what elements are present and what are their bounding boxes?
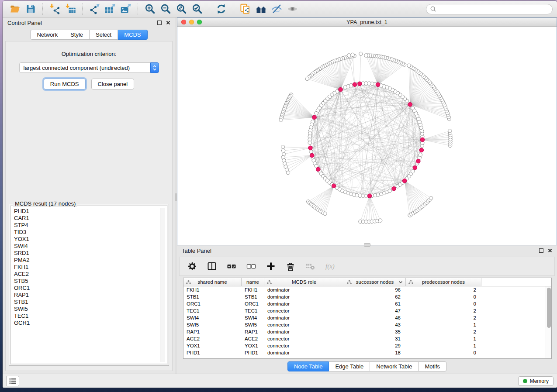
hide-graphics-details-button[interactable] bbox=[269, 3, 284, 16]
tab-node-table[interactable]: Node Table bbox=[287, 361, 329, 371]
select-all-button[interactable] bbox=[226, 261, 237, 272]
column-header-mcds-role[interactable]: MCDS role bbox=[264, 278, 344, 286]
table-row[interactable]: TEC1TEC1connector472 bbox=[183, 307, 551, 314]
table-toolbar: f(x) bbox=[179, 257, 555, 276]
table-row[interactable]: YOX1YOX1connector291 bbox=[183, 342, 551, 349]
delete-entries-button[interactable] bbox=[285, 261, 296, 272]
search-field[interactable] bbox=[426, 4, 553, 14]
float-panel-icon[interactable] bbox=[157, 21, 162, 25]
close-panel-icon[interactable] bbox=[166, 21, 170, 25]
zoom-fit-button[interactable] bbox=[173, 3, 189, 16]
mcds-result-item[interactable]: FKH1 bbox=[14, 264, 167, 271]
horizontal-splitter-handle[interactable] bbox=[364, 243, 370, 247]
optimization-criterion-select[interactable]: largest connected component (undirected) bbox=[19, 62, 159, 73]
column-header-successor-nodes[interactable]: successor nodes bbox=[344, 278, 406, 286]
mcds-result-item[interactable]: PMA2 bbox=[14, 257, 167, 264]
mcds-result-item[interactable]: SWI4 bbox=[14, 243, 167, 250]
table-cell: 0 bbox=[406, 293, 481, 300]
first-neighbors-button[interactable] bbox=[253, 3, 269, 16]
table-cell: connector bbox=[264, 321, 344, 328]
settings-button[interactable] bbox=[187, 261, 197, 272]
table-cell: connector bbox=[264, 342, 344, 349]
table-cell: RAP1 bbox=[183, 328, 242, 335]
export-table-icon bbox=[104, 3, 116, 15]
float-table-panel-icon[interactable] bbox=[539, 248, 543, 253]
column-header-name[interactable]: name bbox=[242, 278, 264, 286]
window-close-icon[interactable] bbox=[181, 20, 186, 24]
zoom-out-button[interactable] bbox=[158, 3, 173, 16]
export-table-button[interactable] bbox=[102, 3, 118, 16]
mcds-list-scrollbar[interactable] bbox=[160, 208, 165, 362]
mcds-result-item[interactable]: PHD1 bbox=[14, 208, 167, 215]
save-button[interactable] bbox=[23, 3, 38, 16]
export-network-button[interactable] bbox=[86, 3, 102, 16]
panel-menu-button[interactable] bbox=[6, 376, 19, 386]
delete-table-button bbox=[305, 261, 315, 272]
zoom-out-icon bbox=[160, 3, 172, 15]
tree-icon bbox=[186, 280, 191, 284]
tab-motifs[interactable]: Motifs bbox=[419, 361, 446, 371]
import-network-button[interactable] bbox=[47, 3, 62, 16]
settings-icon bbox=[187, 261, 197, 271]
close-panel-button[interactable]: Close panel bbox=[91, 79, 135, 89]
table-row[interactable]: STB1STB1dominator620 bbox=[183, 293, 551, 300]
mcds-result-item[interactable]: ACE2 bbox=[14, 271, 167, 278]
table-row[interactable]: PHD1PHD1dominator180 bbox=[183, 349, 551, 356]
column-header-predecessor-nodes[interactable]: predecessor nodes bbox=[406, 278, 481, 286]
table-cell: SWI4 bbox=[242, 314, 264, 321]
mcds-result-item[interactable]: TEC1 bbox=[14, 313, 167, 320]
mcds-result-item[interactable]: STP4 bbox=[14, 222, 167, 229]
apply-layout-button[interactable] bbox=[213, 3, 229, 16]
table-scrollbar[interactable] bbox=[546, 286, 551, 358]
mcds-result-item[interactable]: CAR1 bbox=[14, 215, 167, 222]
table-row[interactable]: SWI5SWI5connector431 bbox=[183, 321, 551, 328]
table-row[interactable]: FKH1FKH1dominator962 bbox=[183, 286, 551, 293]
mcds-result-item[interactable]: SWI5 bbox=[14, 306, 167, 313]
network-graph[interactable] bbox=[177, 27, 557, 245]
table-row[interactable]: SWI4SWI4dominator462 bbox=[183, 314, 551, 321]
clone-network-button[interactable] bbox=[237, 3, 253, 16]
svg-text:f(x): f(x) bbox=[325, 263, 335, 270]
zoom-selected-button[interactable] bbox=[189, 3, 205, 16]
zoom-in-button[interactable] bbox=[142, 3, 158, 16]
table-row[interactable]: ACE2ACE2connector311 bbox=[183, 335, 551, 342]
tab-network[interactable]: Network bbox=[30, 30, 64, 40]
network-window-titlebar[interactable]: YPA_prune.txt_1 bbox=[177, 18, 557, 27]
tab-mcds[interactable]: MCDS bbox=[118, 30, 147, 40]
split-view-button[interactable] bbox=[207, 261, 217, 272]
table-cell: SWI5 bbox=[242, 321, 264, 328]
toolbar-separator bbox=[138, 3, 138, 15]
open-button[interactable] bbox=[7, 3, 23, 16]
table-cell: PHD1 bbox=[183, 349, 242, 356]
deselect-all-button[interactable] bbox=[246, 261, 256, 272]
table-row[interactable]: ORC1ORC1dominator610 bbox=[183, 300, 551, 307]
column-header-shared-name[interactable]: shared name bbox=[183, 278, 242, 286]
search-input[interactable] bbox=[438, 6, 548, 12]
export-image-button[interactable] bbox=[118, 3, 134, 16]
network-canvas[interactable] bbox=[177, 27, 557, 245]
mcds-result-item[interactable]: RAP1 bbox=[14, 292, 167, 299]
column-label: shared name bbox=[197, 279, 227, 285]
table-scrollbar-thumb[interactable] bbox=[547, 288, 551, 328]
window-minimize-icon[interactable] bbox=[189, 20, 194, 24]
add-column-button[interactable] bbox=[266, 261, 276, 272]
table-row[interactable]: RAP1RAP1dominator352 bbox=[183, 328, 551, 335]
close-table-panel-icon[interactable] bbox=[548, 248, 552, 253]
mcds-result-list[interactable]: PHD1CAR1STP4TID3YOX1SWI4SRD1PMA2FKH1ACE2… bbox=[10, 206, 167, 364]
mcds-result-item[interactable]: ORC1 bbox=[14, 285, 167, 292]
mcds-result-item[interactable]: TID3 bbox=[14, 229, 167, 236]
import-table-button[interactable] bbox=[62, 3, 78, 16]
tab-select[interactable]: Select bbox=[90, 30, 118, 40]
open-icon bbox=[9, 3, 21, 15]
run-mcds-button[interactable]: Run MCDS bbox=[44, 79, 86, 89]
mcds-result-item[interactable]: STB1 bbox=[14, 299, 167, 306]
window-maximize-icon[interactable] bbox=[197, 20, 202, 24]
tab-edge-table[interactable]: Edge Table bbox=[329, 361, 370, 371]
mcds-result-item[interactable]: GCR1 bbox=[14, 320, 167, 327]
mcds-result-item[interactable]: YOX1 bbox=[14, 236, 167, 243]
tab-network-table[interactable]: Network Table bbox=[370, 361, 419, 371]
tab-style[interactable]: Style bbox=[64, 30, 90, 40]
memory-button[interactable]: Memory bbox=[518, 376, 554, 386]
mcds-result-item[interactable]: SRD1 bbox=[14, 250, 167, 257]
mcds-result-item[interactable]: STB5 bbox=[14, 278, 167, 285]
